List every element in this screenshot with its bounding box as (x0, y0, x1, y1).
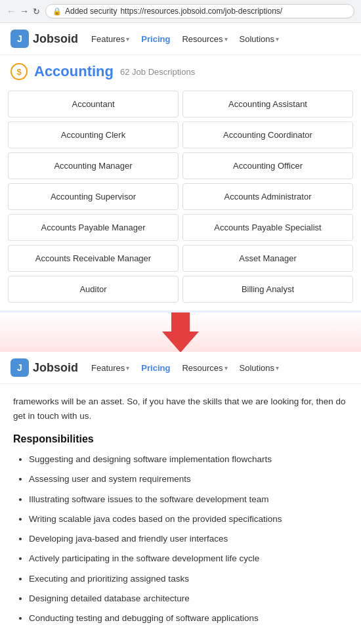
nav-features[interactable]: Features ▾ (91, 34, 129, 44)
bottom-logo-icon: J (11, 358, 29, 377)
job-grid: AccountantAccounting AssistantAccounting… (0, 85, 361, 311)
features-chevron-icon: ▾ (126, 35, 129, 43)
responsibility-item: Conducting testing and debugging of soft… (29, 612, 348, 625)
responsibilities-title: Responsibilities (13, 433, 348, 445)
bottom-logo[interactable]: J Jobsoid (11, 358, 78, 377)
job-description-page: J Jobsoid Features ▾ Pricing Resources ▾… (0, 352, 361, 635)
bottom-nav-features[interactable]: Features ▾ (91, 363, 129, 373)
job-card[interactable]: Accounts Payable Specialist (182, 214, 353, 241)
category-count: 62 Job Descriptions (120, 67, 195, 77)
bottom-features-chevron-icon: ▾ (126, 364, 129, 372)
accounting-list-page: J Jobsoid Features ▾ Pricing Resources ▾… (0, 23, 361, 312)
job-card[interactable]: Auditor (8, 276, 179, 303)
job-card[interactable]: Accountant (8, 91, 179, 118)
job-card[interactable]: Accounts Administrator (182, 183, 353, 210)
job-card[interactable]: Accounting Clerk (8, 121, 179, 148)
red-down-arrow (162, 312, 199, 352)
job-card[interactable]: Accounting Officer (182, 152, 353, 179)
nav-links: Features ▾ Pricing Resources ▾ Solutions… (91, 34, 279, 44)
solutions-chevron-icon: ▾ (276, 35, 279, 43)
content-area: frameworks will be an asset. So, if you … (0, 384, 361, 635)
nav-resources[interactable]: Resources ▾ (182, 34, 227, 44)
job-card[interactable]: Billing Analyst (182, 276, 353, 303)
responsibility-item: Suggesting and designing software implem… (29, 453, 348, 466)
bottom-logo-text: Jobsoid (33, 361, 78, 375)
responsibility-item: Developing java-based and friendly user … (29, 532, 348, 546)
job-card[interactable]: Accounting Assistant (182, 91, 353, 118)
top-navbar: J Jobsoid Features ▾ Pricing Resources ▾… (0, 23, 361, 55)
responsibility-item: Illustrating software issues to the soft… (29, 493, 348, 506)
responsibility-item: Assessing user and system requirements (29, 473, 348, 486)
bottom-nav-links: Features ▾ Pricing Resources ▾ Solutions… (91, 363, 279, 373)
job-card[interactable]: Asset Manager (182, 245, 353, 272)
category-header: $ Accounting 62 Job Descriptions (0, 55, 361, 85)
logo[interactable]: J Jobsoid (11, 30, 78, 48)
nav-solutions[interactable]: Solutions ▾ (240, 34, 279, 44)
lock-icon: 🔒 (53, 7, 62, 16)
nav-pricing[interactable]: Pricing (141, 34, 170, 44)
refresh-button[interactable]: ↻ (33, 7, 40, 16)
address-bar[interactable]: 🔒 Added security https://resources.jobso… (45, 4, 354, 18)
category-title: Accounting (34, 63, 114, 80)
bottom-resources-chevron-icon: ▾ (224, 364, 228, 372)
resources-chevron-icon: ▾ (224, 35, 228, 43)
job-card[interactable]: Accounting Supervisor (8, 183, 179, 210)
bottom-nav-pricing[interactable]: Pricing (141, 363, 170, 373)
job-card[interactable]: Accounting Manager (8, 152, 179, 179)
bottom-solutions-chevron-icon: ▾ (276, 364, 279, 372)
job-card[interactable]: Accounting Coordinator (182, 121, 353, 148)
nav-icons: ← → ↻ (7, 6, 40, 16)
browser-chrome: ← → ↻ 🔒 Added security https://resources… (0, 0, 361, 23)
intro-paragraph: frameworks will be an asset. So, if you … (13, 395, 348, 423)
bottom-navbar: J Jobsoid Features ▾ Pricing Resources ▾… (0, 352, 361, 384)
responsibility-item: Designing detailed database architecture (29, 592, 348, 605)
bottom-nav-resources[interactable]: Resources ▾ (182, 363, 227, 373)
category-icon: $ (11, 63, 28, 80)
responsibility-item: Writing scalable java codes based on the… (29, 513, 348, 526)
scroll-arrow-overlay (0, 312, 361, 352)
logo-icon: J (11, 30, 29, 48)
logo-text: Jobsoid (33, 32, 78, 46)
job-card[interactable]: Accounts Payable Manager (8, 214, 179, 241)
responsibilities-list: Suggesting and designing software implem… (13, 453, 348, 625)
forward-arrow[interactable]: → (20, 6, 29, 16)
bottom-nav-solutions[interactable]: Solutions ▾ (240, 363, 279, 373)
url-text: https://resources.jobsoid.com/job-descri… (120, 7, 282, 16)
security-label: Added security (65, 7, 117, 16)
responsibility-item: Actively participating in the software d… (29, 552, 348, 565)
responsibility-item: Executing and prioritizing assigned task… (29, 572, 348, 586)
back-arrow[interactable]: ← (7, 6, 16, 16)
job-card[interactable]: Accounts Receivable Manager (8, 245, 179, 272)
